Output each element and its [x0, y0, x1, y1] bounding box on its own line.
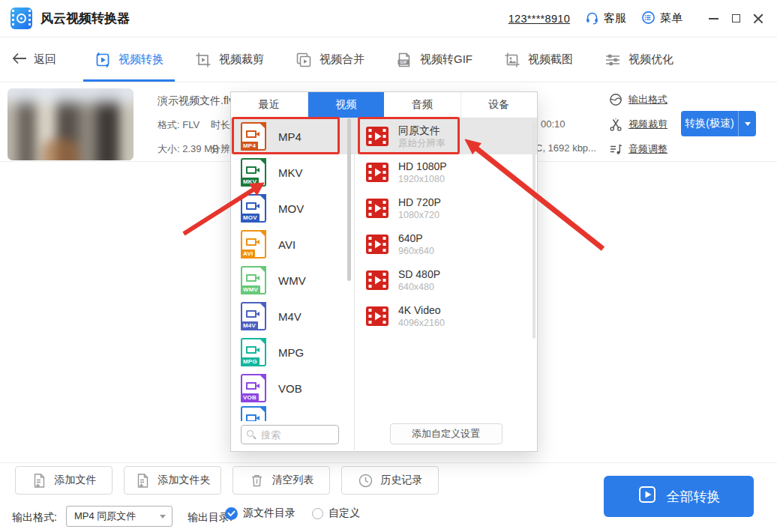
- tab-label: 视频转换: [118, 52, 164, 67]
- account-link[interactable]: 123****8910: [508, 13, 570, 25]
- nav-tabs: 视频转换 视频裁剪 视频合并 GIF 视频转GIF 视频截图 视频优化: [79, 37, 689, 82]
- video-file-icon: MP4: [241, 122, 266, 151]
- output-format-label: 输出格式:: [12, 511, 57, 525]
- tab-label: 视频优化: [628, 52, 674, 67]
- format-option-mpg[interactable]: MPG MPG: [231, 334, 354, 370]
- output-dir-options: 源文件目录 自定义: [225, 507, 360, 520]
- scissors-icon: [609, 118, 622, 131]
- video-file-icon: AVI: [241, 230, 266, 259]
- convert-dropdown-button[interactable]: [738, 111, 756, 136]
- titlebar: 风云视频转换器 123****8910 客服 菜单: [0, 0, 777, 37]
- resolution-option-640p[interactable]: 640P960x640: [355, 226, 537, 262]
- back-button[interactable]: 返回: [12, 37, 56, 82]
- resolution-list-panel: 同原文件原始分辨率 HD 1080P1920x1080 HD 720P1080x…: [355, 118, 537, 452]
- format-option-mp4[interactable]: MP4 MP4: [231, 118, 354, 154]
- film-icon: [366, 306, 388, 326]
- format-option-wmv[interactable]: WMV WMV: [231, 262, 354, 298]
- add-file-button[interactable]: 添加文件: [15, 466, 112, 495]
- app-title: 风云视频转换器: [40, 10, 130, 27]
- add-folder-icon: [135, 473, 151, 489]
- film-icon: [366, 127, 388, 146]
- customer-service-button[interactable]: 客服: [585, 10, 626, 27]
- tab-label: 视频裁剪: [219, 52, 264, 67]
- radio-source-dir[interactable]: 源文件目录: [225, 507, 296, 520]
- add-file-icon: [32, 473, 47, 489]
- format-search-input[interactable]: [241, 425, 339, 444]
- file-duration-value: 00:10: [541, 118, 566, 130]
- file-name: 演示视频文件.flv: [158, 94, 234, 108]
- trim-icon: [195, 52, 212, 68]
- format-popup-tabs: 最近视频音频设备: [231, 92, 537, 118]
- format-option-vob[interactable]: VOB VOB: [231, 370, 354, 406]
- format-option-next-partial[interactable]: [231, 406, 354, 421]
- bottom-divider: [0, 462, 777, 463]
- tab-video-to-gif[interactable]: GIF 视频转GIF: [380, 37, 488, 82]
- file-format: 格式: FLV: [158, 118, 200, 132]
- output-format-icon: [609, 93, 622, 106]
- chevron-down-icon: [745, 122, 751, 126]
- history-icon: [358, 473, 374, 489]
- minimize-button[interactable]: [702, 7, 724, 30]
- format-option-mov[interactable]: MOV MOV: [231, 190, 354, 226]
- chevron-down-icon: [160, 515, 166, 519]
- resolution-option-sd-480p[interactable]: SD 480P640x480: [355, 262, 537, 298]
- tab-video-optimize[interactable]: 视频优化: [589, 37, 689, 82]
- resolution-list-scrollbar[interactable]: [532, 121, 536, 339]
- tab-label: 视频转GIF: [420, 52, 472, 67]
- add-custom-setting-button[interactable]: 添加自定义设置: [390, 423, 502, 444]
- file-action-output-format[interactable]: 输出格式: [609, 93, 668, 106]
- video-thumbnail[interactable]: [8, 88, 134, 160]
- video-file-icon: MKV: [241, 158, 266, 187]
- svg-text:GIF: GIF: [400, 60, 407, 64]
- minimize-icon: [709, 18, 718, 19]
- format-search: [241, 425, 339, 444]
- tab-video-screenshot[interactable]: 视频截图: [488, 37, 589, 82]
- app-window: 风云视频转换器 123****8910 客服 菜单 返回: [0, 0, 777, 532]
- video-file-icon: MOV: [241, 194, 266, 223]
- close-button[interactable]: [747, 7, 770, 30]
- format-popup: 最近视频音频设备 MP4 MP4 MKV MKV MOV MOV AVI AVI…: [230, 91, 538, 452]
- file-bitrate-value: C, 1692 kbp...: [536, 142, 596, 154]
- audio-adjust-icon: [609, 142, 622, 156]
- file-action-video-trim[interactable]: 视频裁剪: [609, 118, 668, 131]
- convert-all-button[interactable]: 全部转换: [604, 476, 754, 517]
- popup-tab-recent[interactable]: 最近: [231, 92, 308, 118]
- add-folder-button[interactable]: 添加文件夹: [124, 466, 221, 495]
- video-file-icon: MPG: [241, 338, 266, 366]
- search-icon: [247, 430, 254, 437]
- film-icon: [366, 163, 388, 182]
- convert-icon: [94, 52, 111, 68]
- history-button[interactable]: 历史记录: [341, 466, 439, 495]
- popup-tab-video[interactable]: 视频: [308, 92, 385, 118]
- format-option-m4v[interactable]: M4V M4V: [231, 298, 354, 334]
- format-list-panel: MP4 MP4 MKV MKV MOV MOV AVI AVI WMV WMV …: [231, 118, 355, 452]
- maximize-icon: [732, 14, 740, 22]
- format-option-avi[interactable]: AVI AVI: [231, 226, 354, 262]
- tab-video-trim[interactable]: 视频裁剪: [179, 37, 280, 82]
- resolution-option-same-as-source[interactable]: 同原文件原始分辨率: [355, 118, 537, 154]
- format-option-mkv[interactable]: MKV MKV: [231, 154, 354, 190]
- output-format-select[interactable]: MP4 同原文件: [66, 506, 172, 527]
- maximize-button[interactable]: [724, 7, 747, 30]
- resolution-option-hd-1080p[interactable]: HD 1080P1920x1080: [355, 154, 537, 190]
- format-list-scrollbar[interactable]: [347, 118, 351, 281]
- screenshot-icon: [504, 52, 520, 68]
- resolution-option-hd-720p[interactable]: HD 720P1080x720: [355, 190, 537, 226]
- menu-button[interactable]: 菜单: [641, 10, 682, 27]
- film-icon: [366, 270, 388, 290]
- popup-tab-audio[interactable]: 音频: [384, 92, 461, 118]
- tab-video-merge[interactable]: 视频合并: [280, 37, 380, 82]
- radio-custom-dir[interactable]: 自定义: [312, 507, 360, 520]
- resolution-option-4k-video[interactable]: 4K Video4096x2160: [355, 298, 537, 334]
- convert-fast-button[interactable]: 转换(极速): [681, 111, 756, 136]
- video-file-icon: WMV: [241, 266, 266, 294]
- popup-tab-device[interactable]: 设备: [461, 92, 538, 118]
- back-arrow-icon: [12, 52, 27, 67]
- navbar: 返回 视频转换 视频裁剪 视频合并 GIF 视频转GIF 视频截图 视频优化: [0, 37, 777, 82]
- film-icon: [366, 199, 388, 218]
- clear-list-button[interactable]: 清空列表: [232, 466, 330, 495]
- file-size: 大小: 2.39 MB: [158, 142, 219, 156]
- video-file-icon: M4V: [241, 302, 266, 330]
- file-action-audio-adjust[interactable]: 音频调整: [609, 142, 668, 156]
- tab-video-convert[interactable]: 视频转换: [79, 37, 179, 82]
